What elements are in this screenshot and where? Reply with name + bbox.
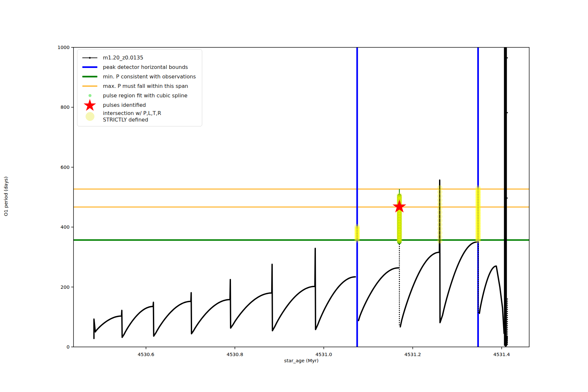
legend-dot-swatch bbox=[81, 94, 98, 97]
line-swatch-icon bbox=[82, 66, 97, 68]
line-swatch-icon bbox=[82, 76, 97, 77]
intersection-column bbox=[475, 185, 481, 243]
x-tick-label: 4531.0 bbox=[316, 352, 332, 357]
x-tick-label: 4530.8 bbox=[227, 352, 243, 357]
x-axis-label: star_age (Myr) bbox=[74, 358, 529, 363]
y-tick-label: 800 bbox=[60, 105, 70, 110]
legend-item: pulses identified bbox=[81, 100, 196, 110]
legend-item-label: intersection w/ P,L,T,R STRICTLY defined bbox=[103, 110, 161, 123]
line-swatch-icon bbox=[82, 86, 97, 87]
intersection-column bbox=[437, 185, 442, 244]
x-tick-label: 4530.6 bbox=[138, 352, 154, 357]
legend-item: max. P must fall within this span bbox=[81, 81, 196, 91]
x-tick-label: 4531.4 bbox=[493, 352, 510, 357]
legend-star-swatch bbox=[81, 100, 98, 110]
intersection-point bbox=[476, 237, 480, 241]
legend-item-label: peak detector horizontal bounds bbox=[103, 64, 188, 71]
legend-item-label: max. P must fall within this span bbox=[103, 83, 188, 90]
legend-line-swatch bbox=[81, 86, 98, 87]
intersection-point bbox=[437, 238, 442, 244]
x-tick-label: 4531.2 bbox=[404, 352, 421, 357]
star-swatch-icon bbox=[83, 98, 97, 112]
y-tick-label: 0 bbox=[67, 344, 70, 350]
intersection-column bbox=[354, 224, 360, 243]
legend-item-label: pulse region fit with cubic spline bbox=[103, 92, 188, 99]
legend-item: pulse region fit with cubic spline bbox=[81, 91, 196, 100]
legend-line-marker-swatch bbox=[81, 56, 98, 60]
intersection-point bbox=[397, 239, 401, 243]
dot-swatch-icon bbox=[89, 94, 91, 97]
legend-item-label: m1.20_z0.0135 bbox=[103, 55, 143, 61]
y-axis-label: O1 period (days) bbox=[3, 147, 8, 245]
legend-dot-swatch bbox=[81, 112, 98, 121]
legend-item: intersection w/ P,L,T,R STRICTLY defined bbox=[81, 110, 196, 123]
legend-item-label: min. P consistent with observations bbox=[103, 74, 196, 80]
line-marker-icon bbox=[82, 56, 98, 60]
y-tick-label: 400 bbox=[60, 224, 70, 230]
legend-line-swatch bbox=[81, 66, 98, 68]
legend-item: m1.20_z0.0135 bbox=[81, 53, 196, 62]
legend-item: min. P consistent with observations bbox=[81, 72, 196, 81]
legend-line-swatch bbox=[81, 76, 98, 77]
stray-marker-dot bbox=[507, 197, 508, 199]
stray-marker-dot bbox=[507, 112, 508, 113]
legend-item: peak detector horizontal bounds bbox=[81, 62, 196, 72]
figure: 4530.64530.84531.04531.24531.40200400600… bbox=[0, 0, 588, 392]
y-tick-label: 600 bbox=[60, 165, 70, 170]
period-series-path bbox=[94, 180, 504, 338]
dot-swatch-icon bbox=[86, 112, 94, 121]
legend-item-label: pulses identified bbox=[103, 102, 146, 108]
legend: m1.20_z0.0135peak detector horizontal bo… bbox=[77, 49, 202, 126]
intersection-point bbox=[355, 237, 359, 241]
y-tick-label: 200 bbox=[60, 285, 70, 290]
stray-marker-dot bbox=[507, 57, 508, 58]
y-tick-label: 1000 bbox=[57, 45, 70, 50]
